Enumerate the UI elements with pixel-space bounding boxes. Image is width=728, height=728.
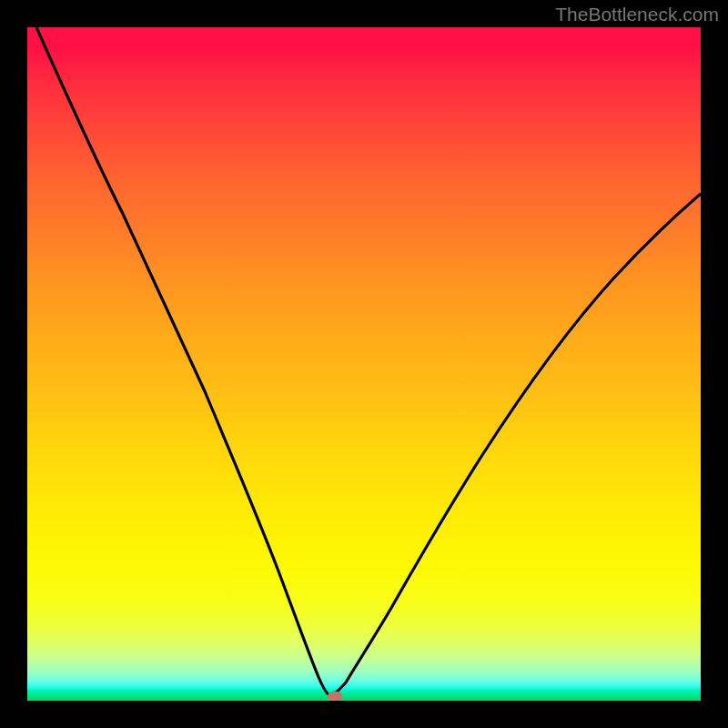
curve-path [36,27,701,695]
curve-svg [27,27,701,701]
chart-container: TheBottleneck.com [0,0,728,728]
minimum-marker [328,692,342,702]
plot-area [27,27,701,701]
watermark-text: TheBottleneck.com [555,4,719,25]
